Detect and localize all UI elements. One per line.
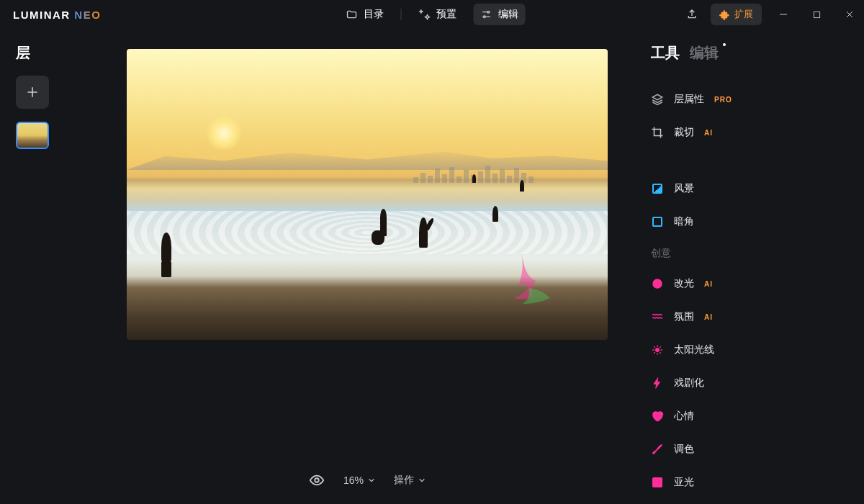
flash-icon — [651, 277, 664, 290]
tool-crop[interactable]: 裁切 AI — [651, 119, 840, 146]
actions-label: 操作 — [394, 474, 414, 487]
app-logo: LUMINAR NEO — [13, 9, 101, 21]
tool-label: 氛围 — [674, 310, 694, 323]
zoom-value: 16% — [343, 474, 364, 486]
tool-dramatic[interactable]: 戏剧化 — [651, 369, 840, 397]
sliders-icon — [481, 9, 492, 20]
puzzle-icon — [719, 9, 730, 20]
window-close[interactable] — [835, 0, 864, 29]
tool-mood[interactable]: 心情 — [651, 402, 840, 430]
layers-panel: 层 — [0, 29, 108, 504]
nav-center: 目录 预置 编辑 — [339, 4, 526, 25]
layer-thumbnail[interactable] — [16, 122, 49, 149]
chevron-down-icon — [418, 477, 426, 484]
tab-tools[interactable]: 工具 — [651, 43, 680, 63]
compare-toggle[interactable] — [309, 472, 325, 488]
tool-label: 亚光 — [674, 476, 694, 489]
folder-icon — [346, 9, 358, 20]
nav-separator — [401, 9, 402, 20]
image-canvas[interactable] — [127, 49, 608, 340]
brush-icon — [651, 443, 664, 456]
matte-icon — [651, 476, 664, 489]
nav-edit-label: 编辑 — [498, 8, 518, 21]
share-button[interactable] — [678, 0, 706, 29]
tool-label: 太阳光线 — [674, 343, 714, 356]
sparkle-icon — [419, 9, 431, 20]
ai-badge: AI — [704, 313, 713, 321]
main-area: 层 — [0, 29, 864, 504]
actions-dropdown[interactable]: 操作 — [394, 474, 426, 487]
right-tabs: 工具 编辑 — [651, 43, 840, 63]
tool-sunrays[interactable]: 太阳光线 — [651, 336, 840, 364]
tool-relight[interactable]: 改光 AI — [651, 270, 840, 297]
svg-point-5 — [656, 348, 660, 352]
nav-presets-label: 预置 — [436, 8, 456, 21]
canvas-area: 16% 操作 — [108, 29, 626, 504]
section-creative: 创意 — [651, 241, 840, 264]
window-maximize[interactable] — [802, 0, 831, 29]
tool-label: 心情 — [674, 410, 694, 423]
tool-label: 戏剧化 — [674, 377, 704, 390]
tool-label: 暗角 — [674, 215, 694, 228]
window-minimize[interactable] — [769, 0, 798, 29]
tab-edits[interactable]: 编辑 — [690, 43, 719, 63]
layers-title: 层 — [16, 43, 108, 63]
ai-badge: AI — [704, 280, 713, 288]
extensions-button[interactable]: 扩展 — [711, 4, 762, 25]
tool-label: 调色 — [674, 443, 694, 456]
vignette-icon — [651, 215, 664, 228]
titlebar: LUMINAR NEO 目录 预置 编辑 — [0, 0, 864, 29]
pro-badge: PRO — [714, 96, 732, 104]
extensions-label: 扩展 — [734, 8, 753, 21]
waves-icon — [651, 310, 664, 323]
tool-label: 层属性 — [674, 93, 704, 106]
ai-badge: AI — [704, 129, 713, 137]
tool-layer-properties[interactable]: 层属性 PRO — [651, 86, 840, 113]
svg-point-0 — [487, 11, 490, 13]
tool-label: 改光 — [674, 277, 694, 290]
tool-landscape[interactable]: 风景 — [651, 175, 840, 202]
svg-rect-2 — [814, 12, 819, 17]
layers-icon — [651, 93, 664, 106]
zoom-dropdown[interactable]: 16% — [343, 474, 375, 486]
svg-point-3 — [315, 478, 319, 482]
landscape-icon — [651, 182, 664, 195]
add-layer-button[interactable] — [16, 76, 49, 109]
tool-label: 裁切 — [674, 126, 694, 139]
tool-toning[interactable]: 调色 — [651, 436, 840, 463]
tool-atmosphere[interactable]: 氛围 AI — [651, 303, 840, 330]
canvas-bottombar: 16% 操作 — [309, 462, 426, 504]
nav-presets[interactable]: 预置 — [412, 4, 464, 25]
chevron-down-icon — [368, 477, 375, 484]
nav-edit[interactable]: 编辑 — [474, 4, 526, 25]
crop-icon — [651, 126, 664, 139]
tools-panel: 工具 编辑 层属性 PRO 裁切 AI 风景 暗角 创意 — [626, 29, 864, 504]
nav-catalog-label: 目录 — [364, 8, 384, 21]
bolt-icon — [651, 377, 664, 390]
tool-vignette[interactable]: 暗角 — [651, 208, 840, 235]
tool-label: 风景 — [674, 182, 694, 195]
nav-catalog[interactable]: 目录 — [339, 4, 391, 25]
heart-icon — [651, 410, 664, 423]
svg-point-1 — [484, 16, 486, 18]
tool-matte[interactable]: 亚光 — [651, 469, 840, 496]
sunrays-icon — [651, 343, 664, 356]
